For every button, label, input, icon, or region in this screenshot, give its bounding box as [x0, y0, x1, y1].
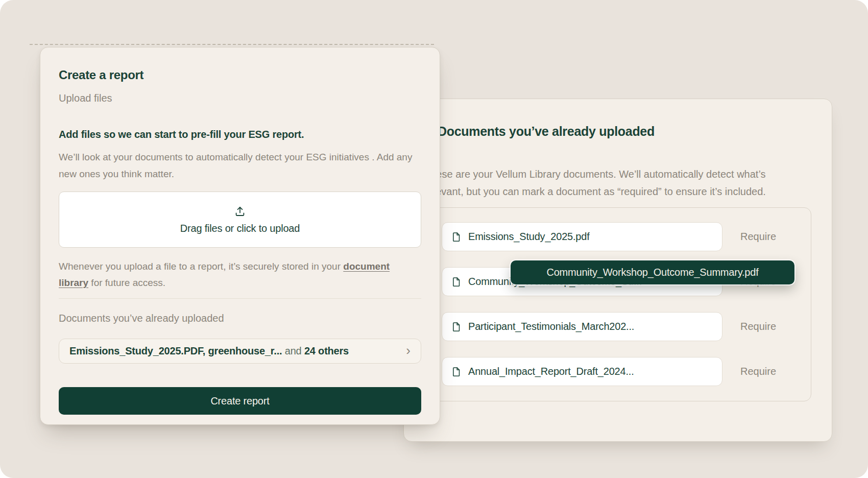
summary-filenames: Emissions_Study_2025.PDF, greenhouse_r..…: [69, 345, 282, 356]
file-icon: [451, 231, 462, 243]
storage-note: Whenever you upload a file to a report, …: [59, 258, 421, 291]
document-item[interactable]: Participant_Testimonials_March202...: [442, 312, 722, 341]
require-button[interactable]: Require: [740, 321, 776, 332]
document-row: Emissions_Study_2025.pdf Require: [442, 222, 794, 251]
document-row: Annual_Impact_Report_Draft_2024... Requi…: [442, 357, 794, 386]
require-cell: Require: [722, 366, 794, 377]
create-report-button-label: Create report: [210, 395, 269, 407]
canvas: Documents you’ve already uploaded These …: [0, 0, 868, 478]
modal-title: Create a report: [59, 68, 421, 82]
uploaded-section-label: Documents you’ve already uploaded: [59, 312, 421, 324]
library-panel-description: These are your Vellum Library documents.…: [424, 165, 797, 200]
summary-count: 24 others: [304, 345, 349, 356]
file-icon: [451, 366, 462, 377]
dashed-divider-line: [30, 44, 434, 45]
document-name: Emissions_Study_2025.pdf: [468, 231, 590, 243]
divider: [59, 298, 421, 299]
document-name: Annual_Impact_Report_Draft_2024...: [468, 366, 634, 377]
library-panel-title: Documents you’ve already uploaded: [438, 124, 811, 139]
summary-connector: and: [282, 345, 304, 356]
uploaded-files-summary-text: Emissions_Study_2025.PDF, greenhouse_r..…: [69, 345, 349, 357]
require-cell: Require: [722, 231, 794, 243]
document-list: Emissions_Study_2025.pdf Require Communi…: [424, 207, 811, 401]
require-button[interactable]: Require: [740, 231, 776, 243]
document-item[interactable]: Emissions_Study_2025.pdf: [442, 222, 722, 251]
filename-tooltip: Community_Workshop_Outcome_Summary.pdf: [511, 260, 794, 284]
storage-note-after: for future access.: [88, 277, 165, 288]
dropzone-label: Drag files or click to upload: [180, 223, 300, 234]
file-icon: [451, 321, 462, 332]
create-report-modal: Create a report Upload files Add files s…: [40, 47, 440, 425]
section-heading: Add files so we can start to pre-fill yo…: [59, 128, 421, 140]
chevron-right-icon: ›: [406, 344, 411, 357]
file-dropzone[interactable]: Drag files or click to upload: [59, 192, 421, 248]
document-name: Participant_Testimonials_March202...: [468, 321, 634, 332]
storage-note-before: Whenever you upload a file to a report, …: [59, 261, 343, 272]
document-row: Participant_Testimonials_March202... Req…: [442, 312, 794, 341]
file-icon: [451, 276, 462, 288]
require-button[interactable]: Require: [740, 366, 776, 377]
modal-step-label: Upload files: [59, 91, 421, 105]
create-report-button[interactable]: Create report: [59, 387, 421, 415]
section-description: We’ll look at your documents to automati…: [59, 149, 416, 182]
filename-tooltip-text: Community_Workshop_Outcome_Summary.pdf: [546, 267, 758, 278]
uploaded-files-summary[interactable]: Emissions_Study_2025.PDF, greenhouse_r..…: [59, 339, 421, 364]
document-item[interactable]: Annual_Impact_Report_Draft_2024...: [442, 357, 722, 386]
upload-icon: [234, 205, 246, 218]
require-cell: Require: [722, 321, 794, 332]
